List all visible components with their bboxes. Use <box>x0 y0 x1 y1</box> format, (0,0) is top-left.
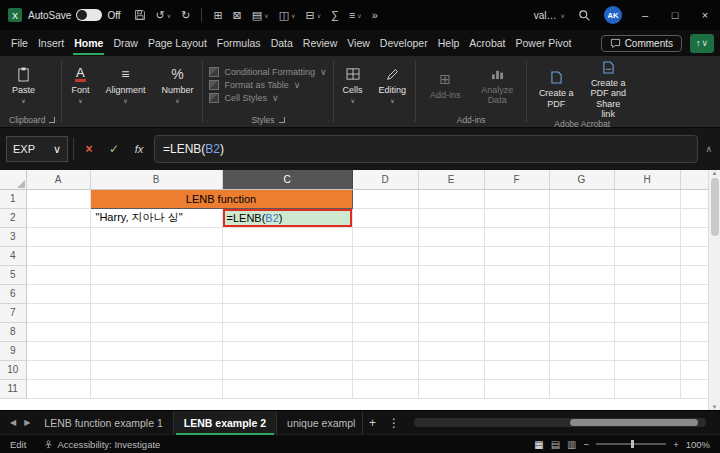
borders-icon[interactable]: ⊟∨ <box>305 9 321 22</box>
tab-acrobat[interactable]: Acrobat <box>464 30 510 56</box>
cell[interactable] <box>352 246 418 265</box>
enter-check-icon[interactable]: ✓ <box>104 142 124 156</box>
cell-b2-text[interactable]: "Harry, 지아나 싱" <box>90 208 222 227</box>
cell[interactable] <box>222 284 352 303</box>
tab-help[interactable]: Help <box>433 30 465 56</box>
collapse-formula-bar-icon[interactable]: ∧ <box>703 144 714 154</box>
paste-button[interactable]: Paste ∨ <box>9 65 38 104</box>
cell[interactable] <box>352 341 418 360</box>
tab-view[interactable]: View <box>342 30 375 56</box>
page-layout-view-icon[interactable]: ▤ <box>551 439 560 450</box>
sheet-nav-right-icon[interactable]: ▶ <box>20 418 34 427</box>
cell-d2[interactable] <box>352 208 418 227</box>
cell[interactable] <box>352 303 418 322</box>
column-header-a[interactable]: A <box>26 170 90 189</box>
select-all-corner[interactable] <box>0 170 26 189</box>
name-box[interactable]: EXP∨ <box>6 136 68 162</box>
formula-input[interactable]: =LENB(B2) <box>154 135 698 163</box>
cell[interactable] <box>484 246 549 265</box>
copy-icon[interactable]: ⊞ <box>213 9 222 22</box>
cell[interactable] <box>26 303 90 322</box>
row-header-5[interactable]: 5 <box>0 265 26 284</box>
cell[interactable] <box>614 265 680 284</box>
cell[interactable] <box>352 322 418 341</box>
cells-button[interactable]: Cells ∨ <box>340 65 366 104</box>
cell[interactable] <box>418 265 484 284</box>
cell[interactable] <box>418 303 484 322</box>
vertical-scroll-thumb[interactable] <box>711 178 719 236</box>
cell[interactable] <box>90 227 222 246</box>
cell[interactable] <box>484 227 549 246</box>
cell[interactable] <box>90 379 222 398</box>
cell-c2-active-formula[interactable]: =LENB(B2) <box>222 208 352 227</box>
cell[interactable] <box>90 246 222 265</box>
column-header-h[interactable]: H <box>614 170 680 189</box>
row-header-8[interactable]: 8 <box>0 322 26 341</box>
cell[interactable] <box>222 227 352 246</box>
column-header-partial[interactable] <box>680 170 708 189</box>
cell[interactable] <box>26 322 90 341</box>
cell[interactable] <box>222 341 352 360</box>
tab-formulas[interactable]: Formulas <box>212 30 266 56</box>
sort-filter-icon[interactable]: ≡∨ <box>349 9 362 21</box>
accessibility-status[interactable]: Accessibility: Investigate <box>44 439 160 450</box>
cell[interactable] <box>549 341 614 360</box>
cell[interactable] <box>418 379 484 398</box>
cell-h1[interactable] <box>614 189 680 208</box>
create-pdf-button[interactable]: Create a PDF <box>533 68 579 109</box>
close-button[interactable]: × <box>690 0 720 30</box>
cell-e1[interactable] <box>418 189 484 208</box>
cut-icon[interactable]: ⊠ <box>233 9 242 22</box>
row-header-6[interactable]: 6 <box>0 284 26 303</box>
undo-icon[interactable]: ↺∨ <box>156 9 172 22</box>
column-header-c[interactable]: C <box>222 170 352 189</box>
cell[interactable] <box>418 360 484 379</box>
save-icon[interactable] <box>134 9 146 21</box>
cell[interactable] <box>352 360 418 379</box>
cell[interactable] <box>484 379 549 398</box>
tab-data[interactable]: Data <box>266 30 298 56</box>
cell[interactable] <box>26 284 90 303</box>
cell[interactable] <box>549 227 614 246</box>
cell[interactable] <box>222 360 352 379</box>
column-header-f[interactable]: F <box>484 170 549 189</box>
cell[interactable] <box>614 341 680 360</box>
cell-a2[interactable] <box>26 208 90 227</box>
cell[interactable] <box>26 265 90 284</box>
minimize-button[interactable]: – <box>630 0 660 30</box>
cell[interactable] <box>484 341 549 360</box>
cell[interactable] <box>352 379 418 398</box>
cell[interactable] <box>614 379 680 398</box>
cell[interactable] <box>614 303 680 322</box>
row-header-1[interactable]: 1 <box>0 189 26 208</box>
cell[interactable] <box>26 379 90 398</box>
cell[interactable] <box>90 284 222 303</box>
page-break-view-icon[interactable]: ▥ <box>567 439 576 450</box>
cell[interactable] <box>90 265 222 284</box>
cell[interactable] <box>90 360 222 379</box>
column-header-b[interactable]: B <box>90 170 222 189</box>
format-as-table-button[interactable]: Format as Table∨ <box>209 80 326 90</box>
cell[interactable] <box>484 265 549 284</box>
autosave-switch-icon[interactable] <box>76 9 102 21</box>
cell-d1[interactable] <box>352 189 418 208</box>
cell[interactable] <box>418 284 484 303</box>
cell[interactable] <box>418 246 484 265</box>
row-header-11[interactable]: 11 <box>0 379 26 398</box>
tab-draw[interactable]: Draw <box>108 30 143 56</box>
row-header-7[interactable]: 7 <box>0 303 26 322</box>
zoom-slider[interactable] <box>596 443 666 445</box>
scroll-up-icon[interactable]: ▲ <box>712 170 718 176</box>
horizontal-scroll-thumb[interactable] <box>570 419 698 426</box>
autosave-toggle[interactable]: AutoSave Off <box>28 9 121 21</box>
clipboard-dialog-launcher-icon[interactable] <box>49 117 55 123</box>
analyze-data-button[interactable]: Analyze Data <box>474 65 520 106</box>
quick-search-dropdown[interactable]: val…∨ <box>534 10 565 21</box>
cell[interactable] <box>549 303 614 322</box>
vertical-scrollbar[interactable]: ▲ ▼ <box>708 170 720 410</box>
column-header-g[interactable]: G <box>549 170 614 189</box>
search-icon[interactable] <box>578 9 591 22</box>
cell-g2[interactable] <box>549 208 614 227</box>
cell[interactable] <box>549 379 614 398</box>
number-button[interactable]: % Number ∨ <box>158 65 196 104</box>
